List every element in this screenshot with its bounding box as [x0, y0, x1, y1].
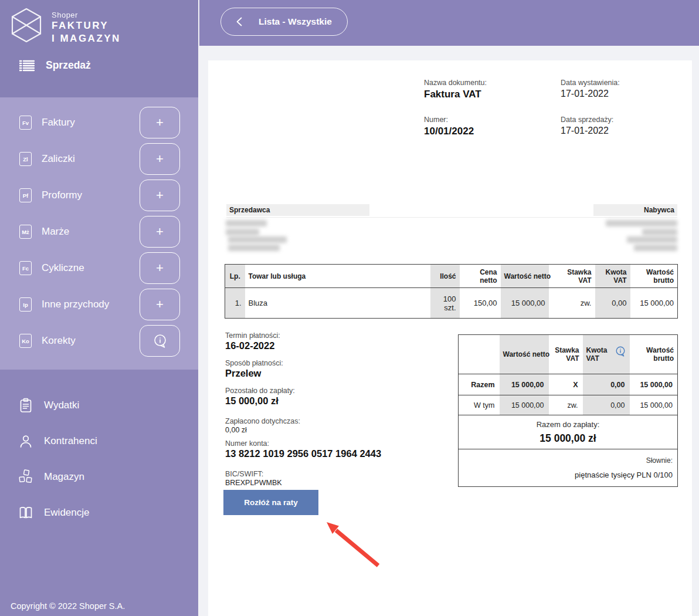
sidebar-item-korekty[interactable]: Ko Korekty	[0, 323, 198, 359]
item-value-gross: 15 000,00	[630, 288, 678, 319]
items-header-value-net: Wartość netto	[501, 265, 549, 288]
due-date-label: Termin płatności:	[225, 331, 430, 340]
summary-total-row: Razem 15 000,00 X 0,00 15 000,00	[459, 374, 678, 395]
sidebar: Shoper FAKTURY I MAGAZYN Sprzedaż Fv Fak…	[0, 0, 199, 616]
content-area: Nazwa dokumentu: Faktura VAT Data wystaw…	[199, 46, 699, 616]
remaining-label: Pozostało do zapłaty:	[225, 387, 430, 395]
summary-header-empty	[459, 335, 500, 374]
sidebar-item-sprzedaz[interactable]: Sprzedaż	[0, 59, 198, 72]
app-logo: Shoper FAKTURY I MAGAZYN	[0, 0, 198, 45]
remaining-value: 15 000,00 zł	[225, 395, 430, 407]
total-due-value: 15 000,00 zł	[463, 432, 673, 445]
paid-label: Zapłacono dotychczas:	[225, 417, 430, 425]
add-cykliczna-button[interactable]: +	[140, 252, 180, 284]
doc-number-label: Numer:	[424, 116, 448, 124]
back-button-label: Lista - Wszystkie	[259, 16, 332, 27]
logo-brand: Shoper	[52, 11, 121, 19]
items-header-value-gross: Wartość brutto	[630, 265, 678, 288]
doc-number-value: 10/01/2022	[424, 126, 474, 137]
item-price-net: 150,00	[460, 288, 501, 319]
sidebar-item-kontrahenci[interactable]: Kontrahenci	[0, 423, 198, 459]
redacted-buyer-line	[634, 245, 677, 251]
logo-line-1: FAKTURY	[52, 19, 121, 32]
sidebar-submenu: Fv Faktury + Zl Zaliczki + Pf Proformy +…	[0, 97, 198, 370]
korekty-info-button[interactable]	[140, 325, 180, 357]
redacted-buyer-line	[642, 229, 677, 235]
invoice-document: Nazwa dokumentu: Faktura VAT Data wystaw…	[208, 60, 692, 616]
book-icon	[19, 506, 33, 519]
cykliczne-doc-icon: Fc	[19, 261, 32, 275]
sidebar-item-ewidencje[interactable]: Ewidencje	[0, 495, 198, 530]
items-header-name: Towar lub usługa	[245, 265, 430, 288]
clipboard-icon	[19, 398, 33, 413]
summary-header-vat-amount: Kwota VAT	[583, 335, 630, 374]
item-value-net: 15 000,00	[501, 288, 549, 319]
add-zaliczka-button[interactable]: +	[140, 143, 180, 175]
items-header-row: Lp. Towar lub usługa Ilość Cena netto Wa…	[225, 265, 678, 288]
item-name: Bluza	[245, 288, 430, 319]
summary-header-vat-rate: Stawka VAT	[549, 335, 583, 374]
hexagon-logo-icon	[10, 7, 43, 43]
korekty-doc-icon: Ko	[19, 334, 32, 348]
boxes-icon	[18, 469, 33, 484]
party-divider	[226, 217, 677, 218]
total-due-cell: Razem do zapłaty: 15 000,00 zł	[459, 415, 678, 449]
rozloz-na-raty-button[interactable]: Rozłóż na raty	[223, 490, 318, 515]
paid-value: 0,00 zł	[225, 426, 430, 434]
sidebar-item-wydatki[interactable]: Wydatki	[0, 387, 198, 423]
sidebar-item-zaliczki[interactable]: Zl Zaliczki +	[0, 141, 198, 177]
sidebar-item-cykliczne[interactable]: Fc Cykliczne +	[0, 250, 198, 286]
sidebar-item-magazyn[interactable]: Magazyn	[0, 459, 198, 495]
swift-label: BIC/SWIFT:	[225, 470, 430, 478]
topbar: Lista - Wszystkie	[199, 0, 699, 46]
swift-value: BREXPLPWMBK	[225, 479, 430, 487]
sidebar-item-proformy[interactable]: Pf Proformy +	[0, 177, 198, 214]
item-qty: 100 szt.	[430, 288, 460, 319]
payment-method-value: Przelew	[225, 368, 430, 379]
amount-in-words-cell: Słownie: piętnaście tysięcy PLN 0/100	[459, 449, 678, 487]
add-faktura-button[interactable]: +	[140, 107, 180, 138]
doc-name-value: Faktura VAT	[424, 89, 481, 100]
sale-date-label: Data sprzedaży:	[561, 116, 613, 124]
copyright-text: Copyright © 2022 Shoper S.A.	[0, 601, 198, 616]
sidebar-item-inne-przychody[interactable]: Ip Inne przychody +	[0, 286, 198, 323]
payment-method-label: Sposób płatności:	[225, 359, 430, 367]
logo-text: Shoper FAKTURY I MAGAZYN	[52, 11, 121, 45]
vat-info-icon[interactable]	[615, 346, 626, 357]
item-vat-rate: zw.	[549, 288, 595, 319]
invoice-items-table: Lp. Towar lub usługa Ilość Cena netto Wa…	[225, 264, 678, 319]
summary-breakdown-row: W tym 15 000,00 zw. 0,00 15 000,00	[459, 395, 678, 415]
doc-name-label: Nazwa dokumentu:	[424, 79, 487, 87]
items-header-qty: Ilość	[430, 265, 460, 288]
vat-summary-table: Wartość netto Stawka VAT Kwota VAT	[458, 334, 678, 487]
sidebar-item-marze[interactable]: Mż Marże +	[0, 214, 198, 250]
seller-header: Sprzedawca	[226, 204, 369, 216]
item-lp: 1.	[225, 288, 245, 319]
info-bubble-icon	[152, 333, 168, 348]
redacted-buyer-line	[606, 220, 677, 226]
item-vat-amount: 0,00	[595, 288, 630, 319]
summary-header-row: Wartość netto Stawka VAT Kwota VAT	[459, 335, 678, 374]
zaliczki-doc-icon: Zl	[19, 152, 32, 166]
due-date-value: 16-02-2022	[225, 340, 430, 351]
items-header-lp: Lp.	[225, 265, 245, 288]
in-words-value: piętnaście tysięcy PLN 0/100	[463, 471, 673, 479]
redacted-seller-line	[228, 245, 280, 251]
payment-details: Termin płatności: 16-02-2022 Sposób płat…	[225, 331, 430, 487]
account-label: Numer konta:	[225, 439, 430, 448]
in-words-label: Słownie:	[463, 456, 673, 465]
person-icon	[19, 434, 33, 448]
issue-date-value: 17-01-2022	[561, 89, 609, 99]
add-inny-przychod-button[interactable]: +	[140, 289, 180, 320]
total-due-label: Razem do zapłaty:	[463, 420, 673, 429]
app-window: Shoper FAKTURY I MAGAZYN Sprzedaż Fv Fak…	[0, 0, 699, 616]
inne-przychody-doc-icon: Ip	[19, 297, 32, 312]
back-to-list-button[interactable]: Lista - Wszystkie	[220, 8, 348, 36]
add-proforma-button[interactable]: +	[140, 180, 180, 211]
sidebar-item-faktury[interactable]: Fv Faktury +	[0, 104, 198, 141]
items-header-vat-rate: Stawka VAT	[549, 265, 595, 288]
sale-date-value: 17-01-2022	[561, 126, 609, 136]
item-row: 1. Bluza 100 szt. 150,00 15 000,00 zw. 0…	[225, 288, 678, 319]
add-marza-button[interactable]: +	[140, 216, 180, 248]
redacted-seller-line	[228, 236, 287, 243]
